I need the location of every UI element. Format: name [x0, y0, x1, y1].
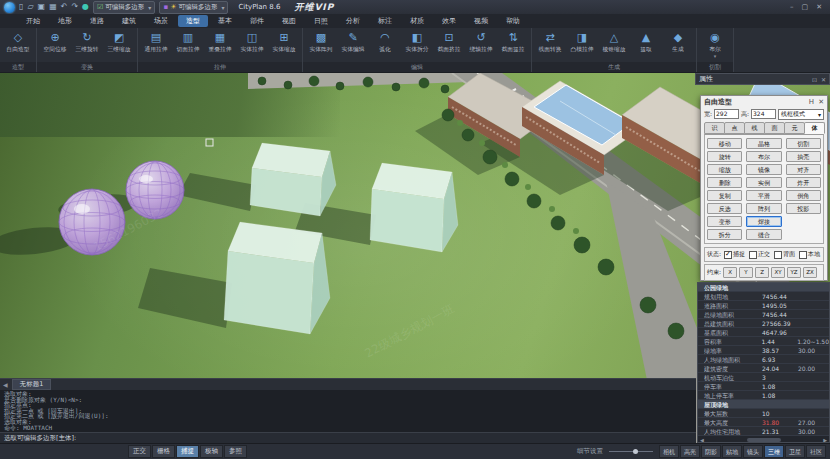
menu-item[interactable]: 地形 [50, 15, 80, 27]
constraint-button[interactable]: XY [771, 267, 785, 278]
view-mode-button[interactable]: 镜头 [743, 445, 763, 458]
sync-icon[interactable]: ● [82, 1, 89, 13]
ribbon-button[interactable]: ◩ 三维缩放 [104, 30, 134, 54]
ribbon-button[interactable]: ▤ 通用拉伸 [141, 30, 171, 54]
ribbon-button[interactable]: ⇅ 截面提拉 [498, 30, 528, 54]
maximize-button[interactable]: ▢ [802, 3, 809, 11]
dock-icon[interactable]: ⊡ [812, 76, 817, 83]
slider-knob[interactable] [633, 449, 638, 454]
ribbon-button[interactable]: ▥ 切面拉伸 [173, 30, 203, 54]
selection-filter-dropdown[interactable]: ☑ 可编辑多边形 ▾ [93, 1, 155, 14]
constraint-button[interactable]: ZX [803, 267, 817, 278]
menu-item[interactable]: 道路 [82, 15, 112, 27]
view-mode-button[interactable]: 三维 [764, 445, 784, 458]
ribbon-button[interactable]: ▩ 实体阵列 [306, 30, 336, 54]
editable-poly-dropdown[interactable]: ▪ ☀ 可编辑多边形 ▾ [159, 1, 228, 14]
tool-button[interactable]: 投影 [786, 203, 821, 214]
table-row[interactable]: 容积率 1.44 1.20~1.50 [698, 337, 829, 346]
table-row[interactable]: 机动车泊位 3 [698, 373, 829, 382]
scroll-right-icon[interactable]: ▶ [823, 437, 827, 443]
menu-item[interactable]: 部件 [242, 15, 272, 27]
tool-button[interactable]: 焊接 [746, 216, 781, 227]
subobject-tab[interactable]: 面 [764, 122, 785, 134]
horizontal-scrollbar[interactable]: ◀ ▶ [698, 436, 829, 443]
constraint-button[interactable]: X [723, 267, 737, 278]
tool-button[interactable]: 切割 [786, 138, 821, 149]
ribbon-button[interactable]: ◠ 弧化 [370, 30, 400, 54]
new-file-icon[interactable]: ▯ [19, 1, 23, 13]
collapse-icon[interactable]: ◀ [3, 381, 8, 388]
ribbon-button[interactable]: ⊕ 空间位移 [40, 30, 70, 54]
ribbon-button[interactable]: △ 棱锥缩放 [599, 30, 629, 54]
menu-item[interactable]: 材质 [402, 15, 432, 27]
menu-item[interactable]: 建筑 [114, 15, 144, 27]
snap-toggle[interactable]: 极轴 [200, 445, 223, 458]
table-row[interactable]: 公园绿地 [698, 283, 829, 292]
menu-item[interactable]: 视频 [466, 15, 496, 27]
detail-slider[interactable] [609, 451, 653, 452]
state-checkbox[interactable]: 正交 [749, 250, 770, 259]
ribbon-button[interactable]: ⇄ 线面转换 [535, 30, 565, 54]
ribbon-button[interactable]: ↻ 三维旋转 [72, 30, 102, 54]
ribbon-button[interactable]: ◨ 凸模拉伸 [567, 30, 597, 54]
ribbon-button[interactable]: ◫ 实体拉伸 [237, 30, 267, 54]
table-row[interactable]: 地上停车率 1.08 [698, 391, 829, 400]
ribbon-button[interactable]: ◇ 自由造型 [3, 30, 33, 54]
menu-item[interactable]: 造型 [178, 15, 208, 27]
tool-button[interactable]: 炸开 [786, 177, 821, 188]
tool-button[interactable]: 拆分 [707, 229, 742, 240]
scrollbar-thumb[interactable] [747, 438, 781, 442]
ribbon-button[interactable]: ▲ 提取 [631, 30, 661, 54]
snap-toggle[interactable]: 参照 [224, 445, 247, 458]
command-tab[interactable]: 无标题1 [12, 379, 52, 390]
menu-item[interactable]: 日照 [306, 15, 336, 27]
view-mode-button[interactable]: 高亮 [680, 445, 700, 458]
ribbon-button[interactable]: ↺ 绕轴拉伸 [466, 30, 496, 54]
open-file-icon[interactable]: ▱ [27, 1, 33, 13]
table-row[interactable]: 绿地率 38.57 30.00 [698, 346, 829, 355]
table-row[interactable]: 道路面积 1495.05 [698, 301, 829, 310]
view-mode-button[interactable]: 贴地 [722, 445, 742, 458]
constraint-button[interactable]: Z [755, 267, 769, 278]
width-field[interactable]: 292 [714, 109, 739, 119]
snap-toggle[interactable]: 正交 [128, 445, 151, 458]
menu-item[interactable]: 效果 [434, 15, 464, 27]
tool-button[interactable]: 平滑 [746, 190, 781, 201]
save-all-icon[interactable]: ▦ [49, 1, 57, 13]
table-row[interactable]: 屋顶绿地 [698, 400, 829, 409]
table-row[interactable]: 最大高度 31.80 27.00 [698, 418, 829, 427]
snap-toggle[interactable]: 栅格 [152, 445, 175, 458]
display-mode-select[interactable]: 线框模式 ▾ [778, 109, 824, 120]
ribbon-button[interactable]: ◉ 布尔 ▾ [700, 30, 730, 58]
snap-toggle[interactable]: 捕捉 [176, 445, 199, 458]
ribbon-button[interactable]: ⊡ 截面挤拉 [434, 30, 464, 54]
ribbon-button[interactable]: ✎ 实体编辑 [338, 30, 368, 54]
undo-icon[interactable]: ↶ [61, 1, 68, 13]
tool-button[interactable]: 反选 [707, 203, 742, 214]
tool-button[interactable]: 缝合 [746, 229, 781, 240]
menu-item[interactable]: 开始 [18, 15, 48, 27]
close-icon[interactable]: ✕ [818, 98, 824, 106]
tool-button[interactable]: 对齐 [786, 164, 821, 175]
constraint-button[interactable]: YZ [787, 267, 801, 278]
ribbon-button[interactable]: ▦ 重叠拉伸 [205, 30, 235, 54]
mint-box-1[interactable] [250, 143, 336, 216]
subobject-tab[interactable]: 体 [804, 122, 825, 134]
save-icon[interactable]: ▣ [38, 1, 46, 13]
ribbon-button[interactable]: ◧ 实体拆分 [402, 30, 432, 54]
tool-button[interactable]: 抽壳 [786, 151, 821, 162]
command-history[interactable]: 选取对象:是否删除原对象 (Y/N)<N>:指定基点:指定第一点 或 [回车退出… [0, 390, 696, 432]
table-row[interactable]: 总建筑面积 27566.39 [698, 319, 829, 328]
table-row[interactable]: 人均绿地面积 6.93 [698, 355, 829, 364]
mint-box-2[interactable] [370, 163, 458, 252]
menu-item[interactable]: 视图 [274, 15, 304, 27]
table-row[interactable]: 规划用地 7456.44 [698, 292, 829, 301]
tool-button[interactable]: 布尔 [746, 151, 781, 162]
subobject-tab[interactable]: 识 [704, 122, 725, 134]
constraint-button[interactable]: Y [739, 267, 753, 278]
view-mode-button[interactable]: 卫星 [785, 445, 805, 458]
dialog-titlebar[interactable]: 自由造型 H ✕ [701, 96, 827, 108]
height-field[interactable]: 324 [751, 109, 776, 119]
tool-button[interactable]: 删除 [707, 177, 742, 188]
subobject-tab[interactable]: 元 [784, 122, 805, 134]
